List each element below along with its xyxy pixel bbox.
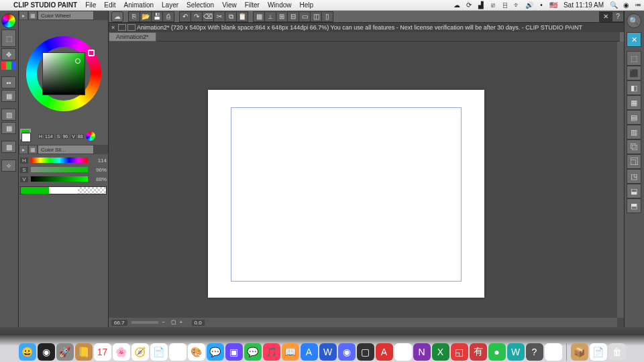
toolbar-btn-15[interactable]: ⊞ [276, 11, 288, 22]
toolbar-btn-11[interactable]: 📋 [236, 11, 248, 22]
notification-icon[interactable]: ≔ [632, 1, 644, 9]
toolbar-btn-4[interactable]: ⎙ [162, 11, 174, 22]
background-swatch[interactable] [21, 133, 31, 142]
dock-youtube[interactable]: ▶ [394, 343, 412, 361]
selection-tool[interactable]: ⬚ [1, 29, 16, 47]
cloud-button[interactable]: ☁ [111, 11, 123, 22]
dock-excel[interactable]: X [432, 343, 449, 361]
dock-chat[interactable]: 💬 [244, 343, 262, 361]
dock-doc[interactable]: 📄 [590, 343, 607, 361]
menu-filter[interactable]: Filter [241, 1, 264, 9]
cast-icon[interactable]: ⌸ [499, 1, 511, 9]
effect-tool[interactable]: ✧ [1, 160, 16, 172]
swatch-strip[interactable] [20, 186, 107, 194]
dock-notes[interactable]: 📄 [150, 343, 168, 361]
dock-audiobooks[interactable]: 📖 [282, 343, 299, 361]
dock-launchpad[interactable]: 🚀 [56, 343, 74, 361]
toolbar-btn-7[interactable]: ↷ [191, 11, 203, 22]
rail-btn-9[interactable]: ⿹ [627, 154, 641, 169]
dock-books[interactable]: 📒 [75, 343, 93, 361]
brush-tool[interactable]: ▪▪ [1, 76, 16, 88]
zoom-in-button[interactable]: + [180, 319, 188, 326]
wifi-icon[interactable]: ᯤ [511, 1, 523, 9]
panel-menu-icon[interactable]: ▦ [28, 11, 38, 20]
saturation-slider[interactable] [31, 167, 88, 172]
drive-icon[interactable]: ▟ [475, 1, 487, 9]
h-value[interactable]: 114 [91, 158, 107, 164]
siri-icon[interactable]: ◉ [620, 1, 632, 9]
dock-adobe[interactable]: A [376, 343, 393, 361]
zoom-slider[interactable] [131, 321, 158, 324]
sync-icon[interactable]: ⟳ [463, 1, 475, 9]
rotation-value[interactable]: 0.0 [192, 320, 205, 326]
dock-discord[interactable]: ◉ [338, 343, 356, 361]
move-tool[interactable]: ✥ [1, 48, 16, 60]
rail-btn-2[interactable]: ⬚ [627, 51, 641, 66]
spotlight-icon[interactable]: 🔍 [608, 1, 620, 9]
rail-btn-4[interactable]: ◧ [627, 80, 641, 95]
menu-window[interactable]: Window [264, 1, 296, 9]
panel-collapse-icon[interactable]: ▸ [19, 11, 28, 20]
clock[interactable]: Sat 11:19 AM [559, 1, 608, 9]
rail-btn-3[interactable]: ⬛ [627, 66, 641, 80]
pen-tool[interactable]: ▦ [1, 90, 16, 102]
dock-clipstudio[interactable]: ◐ [545, 343, 562, 361]
flag-icon[interactable]: 🇺🇸 [547, 1, 559, 9]
slider-menu-icon[interactable]: ▦ [28, 145, 38, 154]
toolbar-btn-9[interactable]: ✂ [213, 11, 225, 22]
rail-btn-6[interactable]: ▤ [627, 110, 641, 125]
menu-help[interactable]: Help [296, 1, 318, 9]
flag-icon[interactable]: • [535, 1, 547, 9]
dock-messages[interactable]: 💬 [207, 343, 224, 361]
toolbar-btn-8[interactable]: ⌫ [202, 11, 214, 22]
display-icon[interactable]: ⎚ [487, 1, 499, 9]
color-bar-tool[interactable] [1, 62, 16, 70]
dock-app3[interactable]: W [507, 343, 525, 361]
gradient-tool[interactable]: ▦ [1, 122, 16, 134]
zoom-fit-button[interactable]: ▢ [171, 319, 179, 326]
mini-wheel-icon[interactable] [86, 131, 95, 141]
canvas-paper[interactable] [208, 90, 484, 298]
checker-tool[interactable]: ▩ [1, 141, 16, 153]
rail-btn-7[interactable]: ▥ [627, 125, 641, 139]
document-tab[interactable]: Animation2* [109, 32, 156, 42]
menu-edit[interactable]: Edit [100, 1, 119, 9]
toolbar-btn-10[interactable]: ⧉ [225, 11, 237, 22]
dock-trash[interactable]: 🗑 [608, 343, 626, 361]
dock-word[interactable]: W [319, 343, 337, 361]
help-button[interactable]: ? [612, 11, 624, 22]
toolbar-btn-6[interactable]: ↶ [179, 11, 191, 22]
value-slider[interactable] [31, 176, 88, 182]
toolbar-btn-2[interactable]: 📂 [140, 11, 152, 22]
toolbar-btn-1[interactable]: ⎘ [128, 11, 140, 22]
wechat-icon[interactable]: ☁ [451, 1, 463, 9]
toolbar-btn-14[interactable]: ⟂ [264, 11, 276, 22]
toolbar-btn-18[interactable]: ◫ [310, 11, 322, 22]
hue-slider[interactable] [31, 158, 88, 163]
dock-box[interactable]: 📦 [571, 343, 588, 361]
menu-view[interactable]: View [218, 1, 241, 9]
sv-square[interactable] [42, 52, 85, 95]
dock-safari[interactable]: 🧭 [131, 343, 149, 361]
volume-icon[interactable]: 🔊 [523, 1, 535, 9]
dock-mail[interactable]: 🎨 [188, 343, 205, 361]
toolbar-btn-13[interactable]: ▦ [253, 11, 265, 22]
dock-wechat[interactable]: ● [488, 343, 506, 361]
dock-onenote[interactable]: N [413, 343, 431, 361]
toolbar-btn-17[interactable]: ▭ [299, 11, 311, 22]
delete-button[interactable]: ✕ [599, 11, 612, 22]
v-value[interactable]: 88% [91, 176, 107, 182]
menu-layer[interactable]: Layer [158, 1, 182, 9]
dock-finder[interactable]: 😀 [19, 343, 36, 361]
rail-btn-0[interactable]: 🔍 [627, 13, 641, 28]
rail-btn-12[interactable]: ⬒ [627, 198, 641, 213]
sv-cursor[interactable] [75, 58, 80, 64]
color-slider-tab[interactable]: Color Sli... [38, 145, 94, 154]
dock-photos[interactable]: 🌸 [113, 343, 130, 361]
hue-ring-cursor[interactable] [88, 50, 95, 56]
s-value[interactable]: 96% [91, 167, 107, 173]
rail-btn-11[interactable]: ⬓ [627, 184, 641, 198]
dock-app1[interactable]: ◱ [451, 343, 468, 361]
toolbar-btn-19[interactable]: ▯ [321, 11, 333, 22]
menu-file[interactable]: File [81, 1, 100, 9]
